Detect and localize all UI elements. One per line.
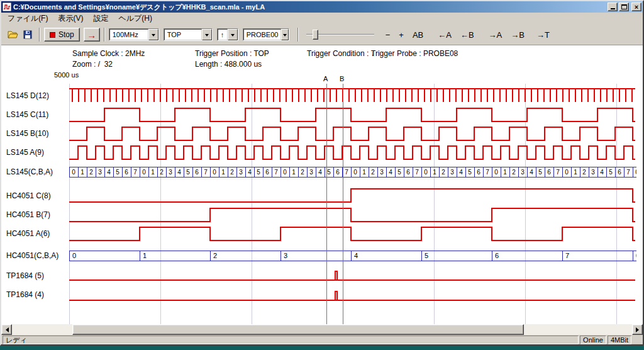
svg-text:7: 7 <box>274 169 278 176</box>
toolbar-separator <box>297 28 299 42</box>
chevron-down-icon <box>205 34 209 38</box>
svg-text:4: 4 <box>530 169 533 176</box>
svg-text:0: 0 <box>72 252 76 259</box>
menu-settings[interactable]: 設定 <box>88 13 113 25</box>
folder-open-icon <box>8 30 18 39</box>
svg-text:1: 1 <box>433 169 436 176</box>
svg-text:6: 6 <box>547 169 551 176</box>
toolbar: Stop → 100MHz TOP ↑ PROBE00 − + AB ←A ←B <box>1 25 643 45</box>
svg-text:5: 5 <box>425 252 428 259</box>
ab-cursors-button[interactable]: AB <box>410 29 426 41</box>
svg-text:0: 0 <box>353 169 357 176</box>
svg-text:5: 5 <box>538 169 542 176</box>
menu-bar: ファイル(F) 表示(V) 設定 ヘルプ(H) <box>1 13 643 25</box>
svg-text:5: 5 <box>609 169 613 176</box>
svg-text:4: 4 <box>248 169 252 176</box>
channel-label: LS145(C,B,A) <box>6 167 53 177</box>
resize-grip[interactable] <box>633 336 641 344</box>
channel-label: LS145 C(11) <box>6 110 48 120</box>
scroll-right-button[interactable] <box>632 324 643 335</box>
time-per-div-label: 5000 us <box>54 71 79 79</box>
svg-text:7: 7 <box>415 169 419 176</box>
svg-text:0: 0 <box>565 169 569 176</box>
channel-label: TP1684 (4) <box>6 290 44 300</box>
stop-button[interactable]: Stop <box>44 28 80 42</box>
svg-text:5: 5 <box>468 169 472 176</box>
menu-file[interactable]: ファイル(F) <box>3 13 53 25</box>
app-window: C:¥Documents and Settings¥noname¥デスクトップ¥… <box>0 0 644 346</box>
svg-text:0: 0 <box>636 252 636 259</box>
arrow-right-icon <box>636 327 641 332</box>
trigger-position-select[interactable]: TOP <box>164 28 213 41</box>
maximize-button[interactable] <box>619 3 629 11</box>
trigger-edge-select[interactable]: ↑ <box>217 28 238 41</box>
trigger-condition-info: Trigger Condition : ↓ <box>307 49 375 58</box>
close-button[interactable]: × <box>631 3 641 11</box>
maximize-icon <box>621 4 627 9</box>
menu-help[interactable]: ヘルプ(H) <box>113 13 157 25</box>
minimize-icon <box>611 8 615 9</box>
channel-label: HC4051 B(7) <box>6 210 50 220</box>
svg-text:6: 6 <box>618 169 621 176</box>
svg-text:3: 3 <box>169 169 172 176</box>
svg-text:2: 2 <box>441 169 445 176</box>
run-button[interactable]: → <box>84 28 100 42</box>
goto-trigger-button[interactable]: →T <box>534 29 552 41</box>
svg-text:4: 4 <box>354 252 358 259</box>
floppy-disk-icon <box>23 30 32 39</box>
save-button[interactable] <box>20 28 35 42</box>
svg-text:4: 4 <box>318 169 322 176</box>
svg-text:2: 2 <box>371 169 375 176</box>
svg-text:2: 2 <box>89 169 93 176</box>
svg-text:0: 0 <box>142 169 146 176</box>
svg-text:5: 5 <box>116 169 119 176</box>
zoom-slider-thumb[interactable] <box>313 30 318 40</box>
zoom-out-button[interactable]: − <box>383 29 393 41</box>
scrollbar-thumb[interactable] <box>72 324 524 335</box>
arrow-left-icon <box>3 327 9 332</box>
title-bar[interactable]: C:¥Documents and Settings¥noname¥デスクトップ¥… <box>1 1 643 13</box>
stop-icon <box>50 32 55 38</box>
cursor-b-label[interactable]: B <box>340 75 344 82</box>
trigger-position-info: Trigger Position : TOP <box>195 49 269 58</box>
zoom-slider[interactable] <box>306 28 374 42</box>
svg-text:3: 3 <box>450 169 454 176</box>
goto-cursor-a-right-button[interactable]: →A <box>486 29 505 41</box>
horizontal-scrollbar[interactable] <box>1 324 643 335</box>
svg-text:7: 7 <box>204 169 208 176</box>
goto-cursor-a-left-button[interactable]: ←A <box>435 29 454 41</box>
svg-text:1: 1 <box>151 169 155 176</box>
memory-status: 4MBit <box>608 336 631 344</box>
svg-text:7: 7 <box>133 169 137 176</box>
window-title: C:¥Documents and Settings¥noname¥デスクトップ¥… <box>11 3 606 12</box>
zoom-in-button[interactable]: + <box>396 29 406 41</box>
open-file-button[interactable] <box>5 28 20 42</box>
waveform-plot[interactable]: 0123456701234567012345670123456701234567… <box>69 84 636 324</box>
channel-label: LS145 B(10) <box>6 128 48 138</box>
waveform-view: Sample Clock : 2MHz Trigger Position : T… <box>1 45 643 324</box>
sample-clock-select[interactable]: 100MHz <box>109 28 159 41</box>
svg-text:3: 3 <box>521 169 525 176</box>
minimize-button[interactable] <box>608 3 618 11</box>
trigger-probe-select[interactable]: PROBE00 <box>243 28 289 41</box>
scroll-left-button[interactable] <box>1 324 12 335</box>
svg-text:1: 1 <box>574 169 577 176</box>
channel-label: HC4051(C,B,A) <box>6 251 58 261</box>
svg-text:4: 4 <box>600 169 604 176</box>
goto-cursor-b-left-button[interactable]: ←B <box>458 29 477 41</box>
channel-label: TP1684 (5) <box>6 271 44 281</box>
goto-cursor-b-right-button[interactable]: →B <box>508 29 527 41</box>
chevron-down-icon <box>231 34 235 38</box>
svg-text:6: 6 <box>477 169 480 176</box>
svg-text:1: 1 <box>362 169 366 176</box>
trigger-probe-info: Trigger Probe : PROBE08 <box>371 49 458 58</box>
app-icon <box>3 3 11 11</box>
svg-text:2: 2 <box>230 169 234 176</box>
svg-text:1: 1 <box>80 169 84 176</box>
svg-text:3: 3 <box>591 169 595 176</box>
svg-text:4: 4 <box>459 169 463 176</box>
svg-text:6: 6 <box>265 169 269 176</box>
svg-text:0: 0 <box>424 169 428 176</box>
cursor-a-label[interactable]: A <box>323 75 328 82</box>
menu-view[interactable]: 表示(V) <box>53 13 88 25</box>
